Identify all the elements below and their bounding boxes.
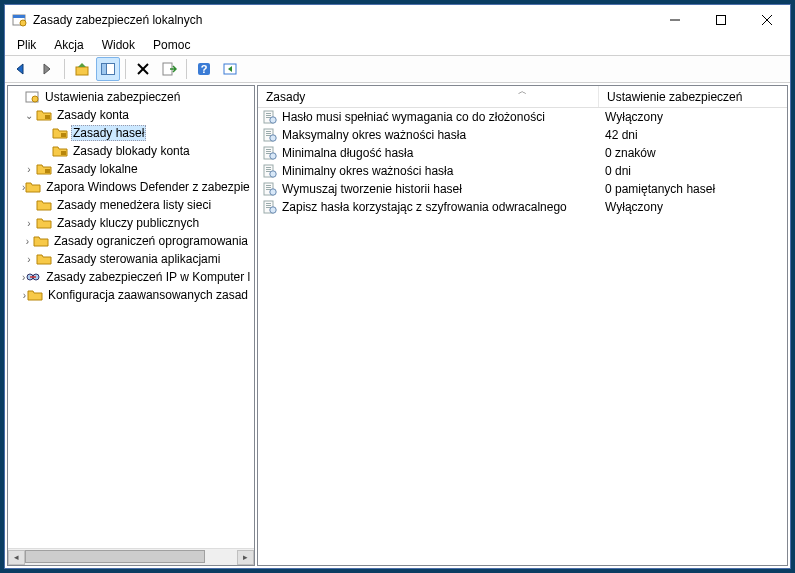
expand-icon[interactable]: › bbox=[22, 164, 36, 175]
svg-point-54 bbox=[270, 207, 276, 213]
folder-lock-icon bbox=[36, 107, 52, 123]
toolbar-separator bbox=[186, 59, 187, 79]
svg-point-49 bbox=[270, 189, 276, 195]
tree-local-policies[interactable]: › Zasady lokalne bbox=[8, 160, 254, 178]
svg-rect-41 bbox=[266, 167, 271, 168]
scroll-thumb[interactable] bbox=[25, 550, 205, 563]
policy-row[interactable]: Zapisz hasła korzystając z szyfrowania o… bbox=[258, 198, 787, 216]
tree-advanced-audit[interactable]: › Konfiguracja zaawansowanych zasad bbox=[8, 286, 254, 304]
tree-label: Konfiguracja zaawansowanych zasad bbox=[46, 288, 250, 302]
sort-ascending-icon: ︿ bbox=[518, 85, 527, 98]
svg-rect-52 bbox=[266, 205, 271, 206]
policy-row[interactable]: Minimalny okres ważności hasła0 dni bbox=[258, 162, 787, 180]
toolbar: ? bbox=[5, 55, 790, 83]
tree-account-policies[interactable]: ⌄ Zasady konta bbox=[8, 106, 254, 124]
list-body[interactable]: Hasło musi spełniać wymagania co do złoż… bbox=[258, 108, 787, 565]
toolbar-separator bbox=[125, 59, 126, 79]
policy-name: Hasło musi spełniać wymagania co do złoż… bbox=[282, 110, 545, 124]
svg-rect-32 bbox=[266, 133, 271, 134]
tree-label: Zasady haseł bbox=[71, 125, 146, 141]
ipsec-icon bbox=[25, 269, 41, 285]
forward-button[interactable] bbox=[35, 57, 59, 81]
tree-public-key[interactable]: › Zasady kluczy publicznych bbox=[8, 214, 254, 232]
up-button[interactable] bbox=[70, 57, 94, 81]
svg-rect-18 bbox=[45, 115, 50, 119]
svg-text:?: ? bbox=[201, 63, 208, 75]
policy-row[interactable]: Maksymalny okres ważności hasła42 dni bbox=[258, 126, 787, 144]
svg-point-44 bbox=[270, 171, 276, 177]
menu-help[interactable]: Pomoc bbox=[145, 37, 198, 53]
tree-horizontal-scrollbar[interactable]: ◂ ▸ bbox=[8, 548, 254, 565]
tree-root[interactable]: Ustawienia zabezpieczeń bbox=[8, 88, 254, 106]
help-button[interactable]: ? bbox=[192, 57, 216, 81]
scroll-track[interactable] bbox=[25, 550, 237, 565]
export-button[interactable] bbox=[157, 57, 181, 81]
tree-defender-firewall[interactable]: › Zapora Windows Defender z zabezpie bbox=[8, 178, 254, 196]
content-area: Ustawienia zabezpieczeń ⌄ Zasady konta Z… bbox=[5, 83, 790, 568]
policy-row[interactable]: Minimalna długość hasła0 znaków bbox=[258, 144, 787, 162]
close-button[interactable] bbox=[744, 5, 790, 35]
window-title: Zasady zabezpieczeń lokalnych bbox=[33, 13, 652, 27]
column-label: Ustawienie zabezpieczeń bbox=[607, 90, 742, 104]
policy-name: Minimalna długość hasła bbox=[282, 146, 413, 160]
column-header-policy[interactable]: Zasady bbox=[258, 86, 599, 107]
svg-rect-47 bbox=[266, 187, 271, 188]
app-icon bbox=[11, 12, 27, 28]
folder-icon bbox=[36, 197, 52, 213]
minimize-button[interactable] bbox=[652, 5, 698, 35]
column-header-setting[interactable]: Ustawienie zabezpieczeń bbox=[599, 86, 787, 107]
policy-value: 0 znaków bbox=[599, 146, 787, 160]
expand-icon[interactable]: › bbox=[22, 236, 33, 247]
svg-rect-31 bbox=[266, 131, 271, 132]
svg-rect-19 bbox=[61, 133, 66, 137]
tree-network-list[interactable]: Zasady menedżera listy sieci bbox=[8, 196, 254, 214]
tree-app-control[interactable]: › Zasady sterowania aplikacjami bbox=[8, 250, 254, 268]
expand-icon[interactable]: › bbox=[22, 218, 36, 229]
policy-value: 0 dni bbox=[599, 164, 787, 178]
policy-icon bbox=[262, 145, 278, 161]
svg-rect-46 bbox=[266, 185, 271, 186]
maximize-button[interactable] bbox=[698, 5, 744, 35]
svg-rect-20 bbox=[61, 151, 66, 155]
back-button[interactable] bbox=[9, 57, 33, 81]
scroll-left-button[interactable]: ◂ bbox=[8, 550, 25, 565]
svg-point-17 bbox=[32, 96, 38, 102]
tree-lockout-policy[interactable]: Zasady blokady konta bbox=[8, 142, 254, 160]
policy-value: Wyłączony bbox=[599, 200, 787, 214]
menu-view[interactable]: Widok bbox=[94, 37, 143, 53]
folder-icon bbox=[27, 287, 43, 303]
folder-icon bbox=[36, 215, 52, 231]
svg-rect-1 bbox=[13, 15, 25, 18]
tree-label: Zasady blokady konta bbox=[71, 144, 192, 158]
svg-rect-36 bbox=[266, 149, 271, 150]
policy-row[interactable]: Hasło musi spełniać wymagania co do złoż… bbox=[258, 108, 787, 126]
tree-pane[interactable]: Ustawienia zabezpieczeń ⌄ Zasady konta Z… bbox=[7, 85, 255, 566]
toolbar-separator bbox=[64, 59, 65, 79]
titlebar: Zasady zabezpieczeń lokalnych bbox=[5, 5, 790, 35]
policy-row[interactable]: Wymuszaj tworzenie historii haseł0 pamię… bbox=[258, 180, 787, 198]
collapse-icon[interactable]: ⌄ bbox=[22, 110, 36, 121]
tree-label: Zasady ograniczeń oprogramowania bbox=[52, 234, 250, 248]
refresh-button[interactable] bbox=[218, 57, 242, 81]
tree-ip-security[interactable]: › Zasady zabezpieczeń IP w Komputer l bbox=[8, 268, 254, 286]
tree-label: Zasady menedżera listy sieci bbox=[55, 198, 213, 212]
svg-point-34 bbox=[270, 135, 276, 141]
svg-point-29 bbox=[270, 117, 276, 123]
scroll-right-button[interactable]: ▸ bbox=[237, 550, 254, 565]
tree-password-policy[interactable]: Zasady haseł bbox=[8, 124, 254, 142]
show-hide-tree-button[interactable] bbox=[96, 57, 120, 81]
tree-software-restriction[interactable]: › Zasady ograniczeń oprogramowania bbox=[8, 232, 254, 250]
expand-icon[interactable]: › bbox=[22, 254, 36, 265]
folder-lock-icon bbox=[36, 161, 52, 177]
menu-file[interactable]: Plik bbox=[9, 37, 44, 53]
policy-icon bbox=[262, 199, 278, 215]
folder-lock-icon bbox=[52, 125, 68, 141]
delete-button[interactable] bbox=[131, 57, 155, 81]
tree-label: Zasady lokalne bbox=[55, 162, 140, 176]
folder-lock-icon bbox=[52, 143, 68, 159]
menu-action[interactable]: Akcja bbox=[46, 37, 91, 53]
tree-label: Zasady kluczy publicznych bbox=[55, 216, 201, 230]
svg-rect-9 bbox=[102, 64, 107, 75]
policy-name: Maksymalny okres ważności hasła bbox=[282, 128, 466, 142]
policy-name: Wymuszaj tworzenie historii haseł bbox=[282, 182, 462, 196]
